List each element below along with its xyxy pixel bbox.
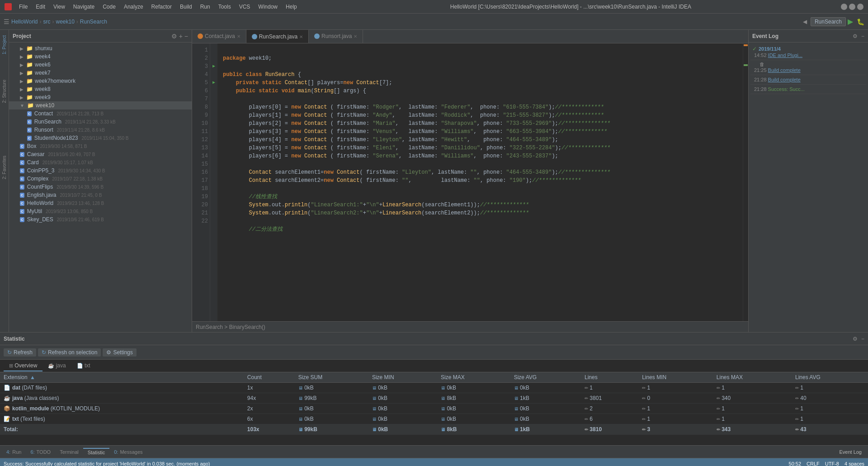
strip-statistic[interactable]: Statistic [83, 448, 110, 456]
menu-help[interactable]: Help [282, 3, 301, 11]
nav-back[interactable]: ◀ [803, 19, 807, 25]
strip-terminal[interactable]: Terminal [55, 448, 83, 456]
tree-item[interactable]: CCountFlips2019/9/30 14:39, 596 B [9, 183, 192, 191]
bc-runsearch[interactable]: RunSearch [80, 19, 107, 25]
project-action-plus[interactable]: + [179, 33, 183, 40]
tab-contact-close[interactable]: ✕ [237, 34, 241, 39]
menu-navigate[interactable]: Navigate [70, 3, 98, 11]
tab-runsearch-close[interactable]: ✕ [299, 34, 303, 39]
tree-item[interactable]: CSkey_DES2019/10/6 21:46, 619 B [9, 215, 192, 223]
code-content[interactable]: package week10; public class RunSearch {… [217, 43, 743, 321]
right-gutter [743, 43, 748, 321]
tree-item[interactable]: ▶📁week9 [9, 93, 192, 101]
strip-run[interactable]: 4: Run [2, 448, 26, 456]
log-link-2[interactable]: Build complete [768, 67, 801, 73]
tree-item[interactable]: ▶📁week7homework [9, 77, 192, 85]
tree-item[interactable]: CComplex2019/10/7 22:18, 1.38 kB [9, 175, 192, 183]
project-action-gear[interactable]: ⚙ [171, 33, 177, 40]
tree-item[interactable]: ▶📁week4 [9, 52, 192, 61]
statistic-settings-icon[interactable]: ⚙ [853, 336, 858, 342]
col-lines-max[interactable]: Lines MAX [713, 372, 792, 383]
tree-item[interactable]: CEnglish.java2019/10/7 21:45, 0 B [9, 191, 192, 199]
menu-tools[interactable]: Tools [215, 3, 235, 11]
maximize-button[interactable] [849, 4, 855, 10]
tab-runsort-close[interactable]: ✕ [354, 34, 357, 39]
menu-analyze[interactable]: Analyze [120, 3, 147, 11]
tree-item[interactable]: CRunsort2019/11/4 21:28, 8.6 kB [9, 126, 192, 134]
col-lines-min[interactable]: Lines MIN [638, 372, 713, 383]
tree-item[interactable]: ▶📁week7 [9, 69, 192, 77]
sidebar-project-tab[interactable]: 1: Project [1, 33, 8, 56]
event-log-header: Event Log ⚙ − [749, 30, 868, 43]
status-position[interactable]: 50:52 [789, 461, 802, 466]
col-lines[interactable]: Lines [581, 372, 638, 383]
tree-item[interactable]: CBox2019/9/30 14:58, 871 B [9, 142, 192, 150]
tree-item[interactable]: CCoinPP5_32019/9/30 14:34, 430 B [9, 166, 192, 175]
run-button[interactable]: ▶ [848, 17, 853, 26]
tree-item[interactable]: CCard2019/9/30 15:17, 1.07 kB [9, 158, 192, 166]
close-button[interactable] [857, 4, 863, 10]
bc-helloworld[interactable]: HelloWorld [11, 19, 38, 25]
menu-file[interactable]: File [15, 3, 31, 11]
status-indent[interactable]: 4 spaces [844, 461, 864, 466]
col-size-max[interactable]: Size MAX [437, 372, 510, 383]
bc-week10[interactable]: week10 [56, 19, 74, 25]
stat-tab-txt[interactable]: 📄 txt [71, 361, 96, 371]
menu-refactor[interactable]: Refactor [148, 3, 175, 11]
strip-todo[interactable]: 6: TODO [26, 448, 55, 456]
settings-button[interactable]: ⚙ Settings [103, 348, 136, 357]
log-link-3[interactable]: Build complete [768, 77, 801, 82]
event-log-minimize[interactable]: − [861, 33, 864, 39]
tab-runsearch[interactable]: RunSearch.java ✕ [246, 30, 309, 43]
sidebar-structure-tab[interactable]: 2: Structure [1, 78, 8, 105]
tree-item[interactable]: ▶📁shunxu [9, 44, 192, 52]
tree-item[interactable]: CHelloWorld2019/9/23 13:46, 128 B [9, 199, 192, 207]
stat-tab-java[interactable]: ☕ java [42, 361, 71, 371]
col-count[interactable]: Count [244, 372, 295, 383]
menu-edit[interactable]: Edit [32, 3, 49, 11]
debug-button[interactable]: 🐛 [857, 18, 864, 25]
refresh-on-selection-button[interactable]: ↻ Refresh on selection [38, 348, 101, 357]
tree-item[interactable]: ▼📁week10 [9, 101, 192, 109]
code-editor[interactable]: 12345678910111213141516171819202122 ▶▶ p… [192, 43, 748, 321]
strip-event-log[interactable]: Event Log [835, 448, 866, 456]
log-link-1[interactable]: IDE and Plugi... [768, 52, 802, 58]
strip-messages[interactable]: 0: Messages [109, 448, 147, 456]
project-action-minus[interactable]: − [184, 33, 188, 40]
refresh-button[interactable]: ↻ Refresh [4, 348, 36, 357]
event-log-settings[interactable]: ⚙ [853, 33, 858, 39]
minimize-button[interactable] [841, 4, 847, 10]
tree-item[interactable]: CContact2019/11/4 21:28, 713 B [9, 109, 192, 118]
menu-window[interactable]: Window [255, 3, 281, 11]
window-controls [841, 4, 863, 10]
col-size-min[interactable]: Size MIN [368, 372, 437, 383]
sidebar-tabs: 1: Project 2: Structure 2: Favorites [0, 30, 9, 332]
col-lines-avg[interactable]: Lines AVG [792, 372, 868, 383]
tree-item[interactable]: ▶📁week6 [9, 61, 192, 69]
col-extension[interactable]: Extension ▲ [0, 372, 244, 383]
col-size-avg[interactable]: Size AVG [510, 372, 581, 383]
status-encoding[interactable]: UTF-8 [825, 461, 839, 466]
col-size-sum[interactable]: Size SUM [295, 372, 368, 383]
menu-build[interactable]: Build [176, 3, 196, 11]
tree-item[interactable]: CStudentNode18232019/11/4 15:04, 350 B [9, 134, 192, 142]
menu-view[interactable]: View [50, 3, 69, 11]
tab-runsort[interactable]: Runsort.java ✕ [309, 30, 363, 43]
tree-item[interactable]: CRunSearch2019/11/4 21:28, 3.33 kB [9, 118, 192, 126]
statistic-minimize-icon[interactable]: − [861, 336, 864, 342]
menu-code[interactable]: Code [99, 3, 119, 11]
tree-item[interactable]: CMyUtil2019/9/23 13:06, 850 B [9, 207, 192, 215]
line-numbers: 12345678910111213141516171819202122 [192, 43, 210, 321]
run-config-dropdown[interactable]: RunSearch [811, 17, 846, 26]
project-panel-header: Project ⚙ + − [9, 30, 192, 43]
sidebar-favorites-tab[interactable]: 2: Favorites [1, 154, 8, 181]
tree-item[interactable]: ▶📁week8 [9, 85, 192, 93]
menu-vcs[interactable]: VCS [236, 3, 254, 11]
bc-src[interactable]: src [43, 19, 50, 25]
menu-run[interactable]: Run [197, 3, 214, 11]
txt-tab-icon: 📄 [77, 363, 83, 368]
tree-item[interactable]: CCaesar2019/10/6 20:49, 707 B [9, 150, 192, 158]
tab-contact[interactable]: Contact.java ✕ [192, 30, 246, 43]
status-crlf[interactable]: CRLF [807, 461, 820, 466]
stat-tab-overview[interactable]: ⊞ Overview [4, 361, 42, 371]
